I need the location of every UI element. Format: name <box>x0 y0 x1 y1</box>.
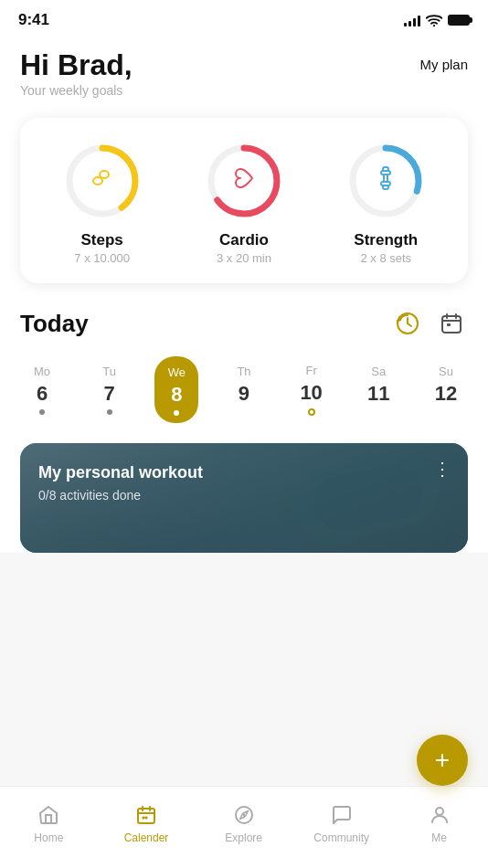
nav-explore-label: Explore <box>225 831 262 844</box>
signal-icon <box>404 14 420 26</box>
strength-value: 2 x 8 sets <box>360 251 411 265</box>
today-title: Today <box>20 310 89 338</box>
svg-rect-13 <box>384 175 387 182</box>
strength-ring <box>345 140 427 222</box>
home-icon <box>36 802 61 828</box>
my-plan-button[interactable]: My plan <box>419 57 468 72</box>
svg-point-0 <box>433 25 435 26</box>
calendar-nav-icon <box>133 802 159 828</box>
today-header: Today <box>20 307 468 340</box>
main-content: Hi Brad, Your weekly goals My plan Ste <box>0 33 488 553</box>
cardio-value: 3 x 20 min <box>217 251 271 265</box>
status-time: 9:41 <box>18 11 49 29</box>
strength-label: Strength <box>354 231 418 249</box>
steps-ring <box>61 140 143 222</box>
svg-rect-17 <box>138 809 154 823</box>
cal-day-we[interactable]: We 8 <box>154 356 198 423</box>
nav-calendar-label: Calender <box>124 831 169 844</box>
cal-day-tu[interactable]: Tu 7 <box>88 365 132 415</box>
svg-point-4 <box>100 171 109 178</box>
cal-day-su[interactable]: Su 12 <box>424 365 468 415</box>
steps-icon <box>91 167 113 195</box>
status-icons <box>404 14 470 26</box>
header: Hi Brad, Your weekly goals My plan <box>20 33 468 101</box>
status-bar: 9:41 <box>0 0 488 33</box>
nav-community[interactable]: Community <box>313 802 369 844</box>
calendar-button[interactable] <box>435 307 468 340</box>
cardio-label: Cardio <box>219 231 269 249</box>
nav-home[interactable]: Home <box>21 802 76 844</box>
me-icon <box>427 802 452 828</box>
goals-card: Steps 7 x 10.000 Cardio 3 x 20 min <box>20 118 468 283</box>
nav-explore[interactable]: Explore <box>217 802 271 844</box>
steps-value: 7 x 10.000 <box>74 251 130 265</box>
battery-icon <box>448 15 470 26</box>
greeting-subtitle: Your weekly goals <box>20 83 133 98</box>
wifi-icon <box>426 14 442 26</box>
bottom-nav: Home Calender Explore <box>0 786 488 868</box>
cal-day-sa[interactable]: Sa 11 <box>356 365 400 415</box>
svg-rect-16 <box>447 323 451 326</box>
svg-point-19 <box>242 813 245 816</box>
steps-label: Steps <box>81 231 123 249</box>
workout-title: My personal workout <box>38 463 450 482</box>
nav-community-label: Community <box>313 831 369 844</box>
today-actions <box>391 307 468 340</box>
calendar-row: Mo 6 Tu 7 We 8 Th 9 Fr 10 Sa 11 <box>20 356 468 423</box>
community-icon <box>329 802 355 828</box>
history-button[interactable] <box>391 307 424 340</box>
goal-steps: Steps 7 x 10.000 <box>61 140 143 265</box>
plus-icon: + <box>435 747 450 773</box>
add-button[interactable]: + <box>417 735 468 786</box>
workout-menu-button[interactable]: ⋮ <box>433 458 453 480</box>
nav-me[interactable]: Me <box>412 802 467 844</box>
svg-rect-15 <box>442 316 461 333</box>
nav-calendar[interactable]: Calender <box>119 802 174 844</box>
nav-home-label: Home <box>34 831 63 844</box>
workout-card[interactable]: My personal workout 0/8 activities done … <box>20 443 468 553</box>
greeting-name: Hi Brad, <box>20 49 133 81</box>
cal-day-fr[interactable]: Fr 10 <box>290 364 334 416</box>
cardio-icon <box>233 168 255 194</box>
svg-point-20 <box>436 808 443 815</box>
goal-cardio: Cardio 3 x 20 min <box>203 140 285 265</box>
greeting-section: Hi Brad, Your weekly goals <box>20 49 133 98</box>
cal-day-mo[interactable]: Mo 6 <box>20 365 64 415</box>
goal-strength: Strength 2 x 8 sets <box>345 140 427 265</box>
workout-content: My personal workout 0/8 activities done <box>20 443 468 523</box>
strength-icon <box>374 168 398 194</box>
cal-day-th[interactable]: Th 9 <box>222 365 266 415</box>
workout-subtitle: 0/8 activities done <box>38 488 450 503</box>
svg-point-3 <box>93 177 102 185</box>
cardio-ring <box>203 140 285 222</box>
explore-icon <box>231 802 257 828</box>
nav-me-label: Me <box>431 831 447 844</box>
